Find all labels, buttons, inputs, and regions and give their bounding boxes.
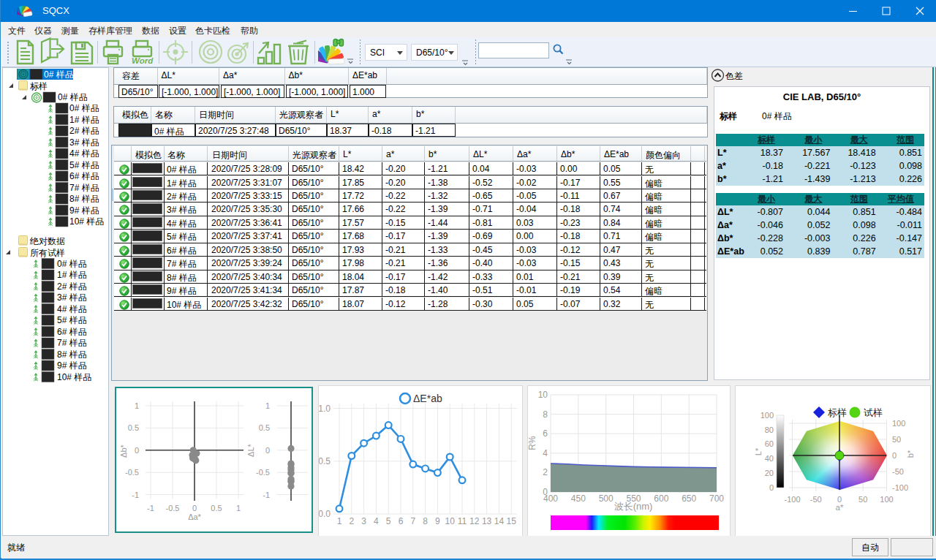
svg-text:1# 样品: 1# 样品 xyxy=(57,270,87,280)
svg-text:-0.5: -0.5 xyxy=(125,468,139,477)
svg-text:4: 4 xyxy=(374,516,379,526)
svg-text:5# 样品: 5# 样品 xyxy=(69,160,99,170)
svg-text:1: 1 xyxy=(135,401,139,410)
svg-text:100: 100 xyxy=(880,495,893,504)
svg-text:0: 0 xyxy=(892,451,897,460)
svg-text:2# 样品: 2# 样品 xyxy=(69,126,99,136)
svg-text:0: 0 xyxy=(192,504,197,512)
svg-text:10: 10 xyxy=(538,390,548,400)
svg-text:0# 样品: 0# 样品 xyxy=(69,103,99,113)
svg-text:Word: Word xyxy=(132,56,154,65)
svg-text:Δb*: Δb* xyxy=(119,444,128,457)
svg-text:标样: 标样 xyxy=(30,81,48,91)
svg-text:7: 7 xyxy=(410,516,415,526)
svg-text:6# 样品: 6# 样品 xyxy=(69,171,99,181)
svg-text:100: 100 xyxy=(892,419,905,428)
svg-text:12: 12 xyxy=(469,516,480,526)
svg-text:11: 11 xyxy=(458,516,467,526)
svg-text:b*: b* xyxy=(906,450,915,458)
svg-text:8# 样品: 8# 样品 xyxy=(57,349,87,360)
svg-text:80: 80 xyxy=(765,425,774,434)
svg-text:R%: R% xyxy=(528,436,537,450)
svg-text:9: 9 xyxy=(435,516,440,526)
svg-text:10# 样品: 10# 样品 xyxy=(57,372,91,382)
svg-text:14: 14 xyxy=(494,516,505,526)
svg-text:0.0: 0.0 xyxy=(319,509,331,519)
svg-text:700: 700 xyxy=(709,493,724,504)
svg-text:50: 50 xyxy=(892,435,901,444)
svg-text:10: 10 xyxy=(445,516,456,526)
svg-text:60: 60 xyxy=(765,439,774,448)
svg-text:-1: -1 xyxy=(263,491,270,499)
svg-text:2: 2 xyxy=(349,516,354,526)
svg-text:1.0: 1.0 xyxy=(319,404,331,414)
svg-text:绝对数据: 绝对数据 xyxy=(29,236,65,246)
svg-text:0.5: 0.5 xyxy=(211,504,222,512)
svg-text:4# 样品: 4# 样品 xyxy=(69,148,99,159)
svg-text:2: 2 xyxy=(543,467,548,477)
svg-text:-100: -100 xyxy=(784,495,800,504)
svg-text:2# 样品: 2# 样品 xyxy=(57,281,87,292)
svg-text:100: 100 xyxy=(760,411,774,420)
svg-text:ΔL*: ΔL* xyxy=(246,443,255,456)
svg-text:600: 600 xyxy=(654,493,668,504)
svg-text:3# 样品: 3# 样品 xyxy=(69,137,99,148)
svg-text:0.5: 0.5 xyxy=(259,423,270,432)
svg-text:0.5: 0.5 xyxy=(319,456,331,466)
svg-text:0.5: 0.5 xyxy=(128,423,139,432)
svg-text:6: 6 xyxy=(543,428,548,439)
svg-text:6# 样品: 6# 样品 xyxy=(57,327,87,337)
svg-text:6: 6 xyxy=(399,516,404,526)
svg-text:0# 样品: 0# 样品 xyxy=(57,259,87,269)
svg-text:50: 50 xyxy=(858,495,867,504)
svg-text:1# 样品: 1# 样品 xyxy=(69,115,99,125)
svg-text:0# 样品: 0# 样品 xyxy=(58,92,88,102)
svg-text:650: 650 xyxy=(682,493,696,504)
svg-text:400: 400 xyxy=(543,493,558,504)
svg-text:4# 样品: 4# 样品 xyxy=(57,304,87,314)
svg-text:-50: -50 xyxy=(810,495,822,504)
svg-text:0: 0 xyxy=(769,483,774,492)
svg-text:-1: -1 xyxy=(147,504,154,512)
svg-text:试样: 试样 xyxy=(864,407,883,418)
svg-text:10# 样品: 10# 样品 xyxy=(69,216,104,227)
svg-text:5# 样品: 5# 样品 xyxy=(57,315,87,325)
svg-text:ΔE*ab: ΔE*ab xyxy=(413,393,442,404)
svg-text:a*: a* xyxy=(836,503,844,512)
svg-text:0# 样品: 0# 样品 xyxy=(44,69,74,80)
svg-text:-0.5: -0.5 xyxy=(256,468,270,477)
svg-text:-1: -1 xyxy=(132,491,139,499)
svg-text:40: 40 xyxy=(765,454,774,463)
svg-text:8# 样品: 8# 样品 xyxy=(69,194,99,204)
svg-text:3# 样品: 3# 样品 xyxy=(57,292,87,303)
svg-text:8: 8 xyxy=(543,409,548,420)
svg-text:0: 0 xyxy=(265,446,270,455)
svg-text:1: 1 xyxy=(337,516,342,526)
svg-text:8: 8 xyxy=(423,516,428,526)
svg-text:波长(nm): 波长(nm) xyxy=(614,501,653,512)
svg-text:500: 500 xyxy=(599,493,614,504)
svg-text:9# 样品: 9# 样品 xyxy=(57,360,87,371)
svg-text:标样: 标样 xyxy=(828,407,847,418)
svg-text:1: 1 xyxy=(236,504,241,512)
svg-text:3: 3 xyxy=(361,516,366,526)
svg-text:-0.5: -0.5 xyxy=(166,504,180,512)
svg-text:9# 样品: 9# 样品 xyxy=(69,205,99,216)
svg-text:4: 4 xyxy=(543,448,548,458)
svg-text:L*: L* xyxy=(754,447,763,455)
svg-text:-50: -50 xyxy=(892,467,904,476)
svg-text:7# 样品: 7# 样品 xyxy=(69,183,99,193)
svg-text:20: 20 xyxy=(765,469,774,477)
svg-text:1: 1 xyxy=(265,401,270,410)
svg-text:450: 450 xyxy=(571,493,586,504)
svg-text:-100: -100 xyxy=(892,483,908,492)
svg-text:7# 样品: 7# 样品 xyxy=(57,338,87,348)
svg-text:Δa*: Δa* xyxy=(188,512,201,521)
svg-text:所有试样: 所有试样 xyxy=(30,248,65,258)
svg-text:5: 5 xyxy=(386,516,391,526)
svg-text:0: 0 xyxy=(135,446,139,455)
svg-text:15: 15 xyxy=(507,516,517,526)
svg-text:13: 13 xyxy=(482,516,492,526)
